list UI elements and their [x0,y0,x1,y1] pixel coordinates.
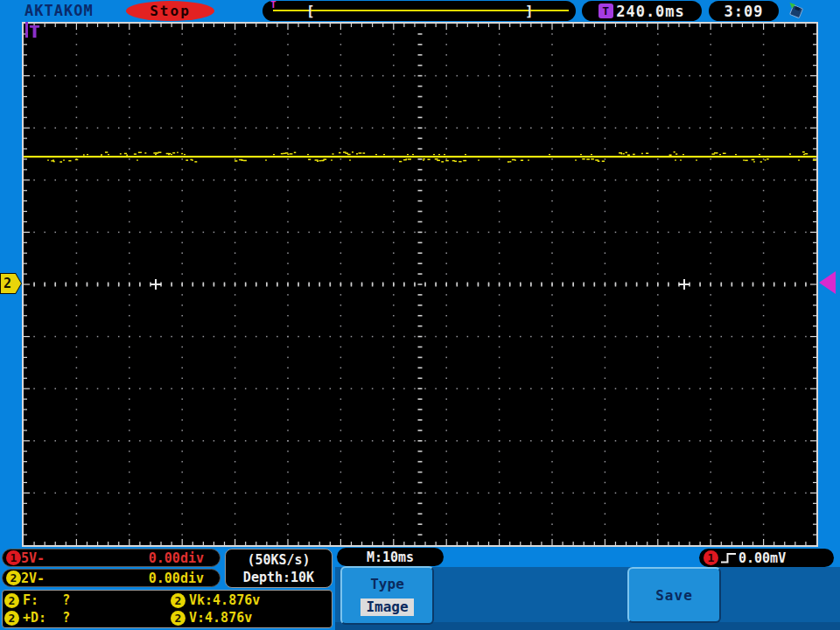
measurement-duty: 2 +D: ? [4,609,171,626]
rising-edge-icon [720,551,737,564]
trigger-t-icon: T [598,4,613,18]
ch2-zero-marker-label: 2 [1,274,21,293]
sample-rate-label: (50KS/s) [247,552,310,568]
ch2-zero-marker: 2 [0,273,22,294]
trigger-level-display: 1 0.00mV [699,549,834,567]
trigger-time-display: T 240.0ms [582,1,702,21]
type-button[interactable]: Type Image [340,566,434,625]
brand-label: AKTAKOM [24,0,94,22]
graticule-waveform-canvas [24,24,816,545]
acquisition-info: (50KS/s) Depth:10K [225,549,332,588]
measurement-panel: 2 F: ? 2 Vk:4.876v 2 +D: ? 2 V:4.876v [2,590,332,628]
measurement-text: +D: ? [23,610,70,626]
window-bracket-right: ] [525,2,534,20]
waveform-screen: T [22,22,818,547]
trigger-time-value: 240.0ms [616,3,685,20]
memory-depth-label: Depth:10K [243,570,314,585]
trigger-source-badge: 1 [704,550,718,565]
trigger-level-value: 0.00mV [738,550,786,566]
measurement-freq: 2 F: ? [4,592,171,609]
ch1-readout: 1 5V- 0.00div [2,549,220,567]
timebase-display: M:10ms [337,548,444,566]
measurement-text: Vk:4.876v [189,592,260,608]
measurement-text: V:4.876v [189,610,252,626]
measure-ch-badge: 2 [171,611,186,626]
measurement-v: 2 V:4.876v [171,609,330,626]
measurement-text: F: ? [23,592,70,608]
measure-ch-badge: 2 [4,593,19,608]
top-status-bar: AKTAKOM Stop T [ ] T 240.0ms 3:09 [0,0,840,22]
trigger-time-position-marker: T [25,22,39,38]
type-button-label: Type [370,576,404,592]
measure-ch-badge: 2 [4,611,19,626]
save-button[interactable]: Save [627,567,721,623]
measure-ch-badge: 2 [171,593,186,608]
clock-display: 3:09 [709,1,779,21]
type-selected-value[interactable]: Image [360,598,413,616]
ch2-readout: 2 2V- 0.00div [2,569,220,587]
save-button-label: Save [655,587,693,604]
ch1-badge: 1 [6,550,21,565]
trigger-position-bar: T [ ] [262,1,576,21]
ch2-badge: 2 [6,570,21,585]
ch1-scale: 5V- [21,550,45,566]
ch2-offset: 0.00div [149,570,204,586]
bottom-readout-area: 1 5V- 0.00div 2 2V- 0.00div (50KS/s) Dep… [0,547,840,630]
measurement-vk: 2 Vk:4.876v [171,592,330,609]
run-state-button[interactable]: Stop [126,1,214,21]
ch1-offset: 0.00div [149,550,204,566]
usb-disk-icon [787,2,805,23]
window-bracket-left: [ [306,2,315,20]
trigger-level-marker [819,271,836,294]
ch2-scale: 2V- [21,570,45,586]
